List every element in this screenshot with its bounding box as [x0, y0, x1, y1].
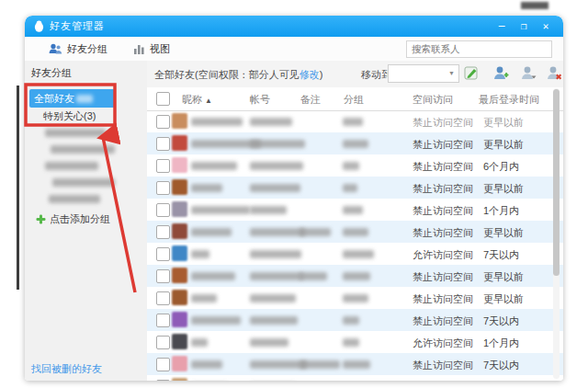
- row-checkbox[interactable]: [156, 336, 170, 349]
- row-checkbox[interactable]: [156, 247, 170, 261]
- space-access-value: 允许访问空间: [413, 337, 473, 350]
- last-login-value: 更早以前: [483, 182, 524, 196]
- table-row[interactable]: 禁止访问空间 7天以内: [147, 309, 563, 331]
- redacted-group: [343, 272, 370, 280]
- all-friends-label: 全部好友: [34, 92, 74, 106]
- redacted-group-name: [52, 178, 115, 187]
- row-checkbox[interactable]: [156, 225, 170, 239]
- row-checkbox[interactable]: [156, 115, 170, 129]
- table-row[interactable]: 禁止访问空间 6个月内: [147, 154, 563, 177]
- friend-groups-label: 好友分组: [67, 42, 107, 56]
- table-row[interactable]: 禁止访问空间 1个月内: [147, 199, 563, 221]
- modify-permission-link[interactable]: 修改: [300, 69, 320, 80]
- background-artifact: [521, 2, 548, 9]
- redacted-nickname: [191, 162, 237, 170]
- sidebar-item-redacted[interactable]: [25, 141, 147, 157]
- row-checkbox[interactable]: [156, 159, 170, 173]
- avatar: [172, 135, 187, 151]
- table-row[interactable]: 禁止访问空间 7天以内: [147, 353, 563, 375]
- table-row[interactable]: 禁止访问空间 更早以前: [147, 177, 563, 199]
- table-row[interactable]: 禁止访问空间 更早以前: [147, 287, 563, 309]
- redacted-account: [250, 360, 307, 369]
- scrollbar-thumb[interactable]: [553, 89, 560, 276]
- redacted-group: [343, 206, 363, 214]
- redacted-group: [343, 140, 368, 148]
- search-input[interactable]: [406, 40, 552, 58]
- title-bar: 好友管理器 ─ ❐ ✕: [25, 16, 563, 37]
- redacted-note: [300, 360, 340, 369]
- redacted-nickname: [191, 118, 243, 126]
- sidebar-item-all-friends[interactable]: 全部好友: [29, 89, 115, 108]
- window-title: 好友管理器: [50, 19, 105, 33]
- redacted-account: [250, 294, 296, 302]
- last-login-value: 更早以前: [483, 226, 524, 240]
- recover-deleted-friends-link[interactable]: 找回被删的好友: [31, 362, 102, 376]
- row-checkbox[interactable]: [156, 269, 170, 283]
- row-checkbox[interactable]: [156, 314, 170, 327]
- row-checkbox[interactable]: [156, 203, 170, 217]
- add-group-label: 点击添加分组: [50, 212, 110, 226]
- row-checkbox[interactable]: [156, 291, 170, 305]
- table-row[interactable]: 禁止访问空间 7天以内: [147, 375, 563, 381]
- table-row[interactable]: 禁止访问空间 更早以前: [147, 110, 563, 132]
- add-group-button[interactable]: 点击添加分组: [25, 212, 147, 226]
- space-access-value: 禁止访问空间: [413, 116, 473, 130]
- close-button[interactable]: ✕: [537, 20, 554, 33]
- redacted-nickname: [191, 316, 241, 325]
- redacted-nickname: [191, 360, 222, 369]
- avatar: [172, 290, 187, 305]
- table-row[interactable]: 禁止访问空间 更早以前: [147, 221, 563, 243]
- friend-manager-window: 好友管理器 ─ ❐ ✕ 好友分组 视图: [25, 16, 563, 381]
- table-row[interactable]: 禁止访问空间 更早以前: [147, 265, 563, 287]
- edit-note-icon[interactable]: [464, 65, 480, 81]
- column-last-login[interactable]: 最后登录时间: [479, 93, 539, 107]
- column-note[interactable]: 备注: [300, 93, 321, 107]
- redacted-nickname: [191, 338, 208, 347]
- avatar: [172, 113, 187, 129]
- redacted-group-name: [49, 195, 100, 203]
- space-access-value: 禁止访问空间: [413, 292, 473, 306]
- last-login-value: 1个月内: [483, 204, 519, 218]
- sidebar-item-redacted[interactable]: [25, 174, 147, 190]
- row-checkbox[interactable]: [156, 137, 170, 151]
- move-to-dropdown[interactable]: ▼: [388, 64, 459, 83]
- view-tool[interactable]: 视图: [133, 42, 170, 56]
- table-row[interactable]: 允许访问空间 7天以内: [147, 243, 563, 265]
- column-space-access[interactable]: 空间访问: [413, 93, 453, 107]
- redacted-group: [343, 184, 357, 192]
- sidebar-item-redacted[interactable]: [25, 157, 147, 174]
- redacted-nickname: [191, 294, 217, 302]
- table-row[interactable]: 允许访问空间 1个月内: [147, 331, 563, 353]
- last-login-value: 7天以内: [483, 314, 519, 328]
- space-access-value: 禁止访问空间: [413, 138, 473, 152]
- add-friend-icon[interactable]: [493, 65, 509, 81]
- sidebar-item[interactable]: 特别关心(3): [25, 108, 147, 124]
- row-checkbox[interactable]: [156, 358, 170, 371]
- last-login-value: 7天以内: [483, 359, 519, 372]
- sidebar-item-redacted[interactable]: [25, 190, 147, 207]
- redacted-nickname: [191, 250, 209, 258]
- avatar: [172, 312, 187, 327]
- maximize-button[interactable]: ❐: [515, 20, 532, 33]
- column-group[interactable]: 分组: [344, 93, 364, 107]
- row-checkbox[interactable]: [156, 380, 170, 381]
- column-account[interactable]: 帐号: [250, 93, 270, 107]
- permission-summary-suffix: ): [320, 69, 323, 80]
- move-friend-icon[interactable]: [521, 65, 537, 81]
- space-access-value: 禁止访问空间: [413, 270, 473, 284]
- permission-summary-text: 全部好友(空间权限：部分人可见: [154, 69, 300, 80]
- redacted-note: [300, 228, 331, 236]
- redacted-account: [250, 162, 303, 170]
- last-login-value: 7天以内: [483, 248, 519, 262]
- table-row[interactable]: 禁止访问空间 更早以前: [147, 132, 563, 154]
- row-checkbox[interactable]: [156, 181, 170, 195]
- friend-groups-tool[interactable]: 好友分组: [49, 42, 107, 56]
- minimize-button[interactable]: ─: [493, 20, 510, 33]
- select-all-checkbox[interactable]: [156, 92, 170, 106]
- friend-table-body: 禁止访问空间 更早以前 禁止访问空间 更早以前 禁止访问空间 6个月内 禁止访问…: [147, 110, 563, 381]
- delete-friend-icon[interactable]: [547, 65, 562, 81]
- column-nickname[interactable]: 昵称▲: [182, 93, 212, 107]
- sidebar-item-redacted[interactable]: [25, 124, 147, 141]
- avatar: [172, 223, 187, 239]
- view-label: 视图: [150, 42, 170, 56]
